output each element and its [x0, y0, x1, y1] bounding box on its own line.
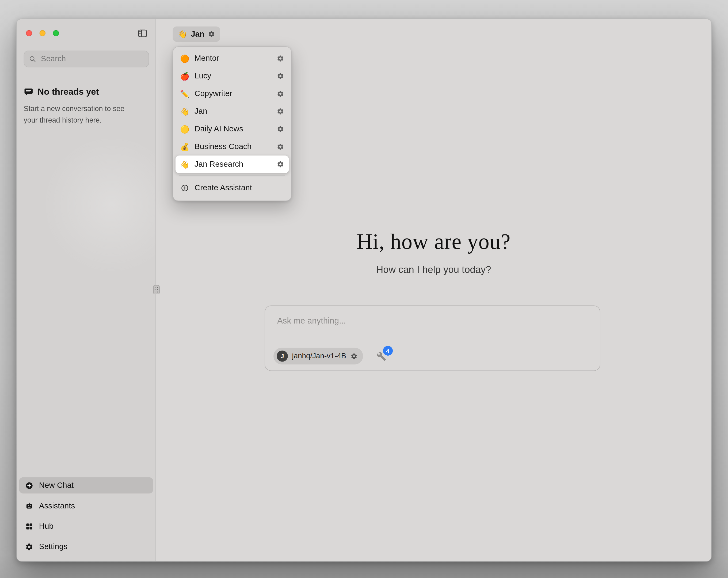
sidebar-item-hub[interactable]: Hub: [19, 518, 153, 534]
empty-state: No threads yet Start a new conversation …: [24, 87, 145, 126]
empty-state-description: Start a new conversation to see your thr…: [24, 103, 140, 126]
create-assistant-label: Create Assistant: [194, 183, 252, 193]
greeting: Hi, how are you? How can I help you toda…: [156, 229, 711, 275]
tools-count-badge: 4: [383, 346, 392, 356]
menu-item-lucy[interactable]: 🍎 Lucy: [176, 68, 289, 85]
assistant-icon: [25, 501, 34, 510]
menu-divider: [179, 176, 285, 176]
window-controls: [26, 30, 59, 36]
menu-item-label: Daily AI News: [194, 124, 270, 134]
desktop: No threads yet Start a new conversation …: [0, 0, 728, 578]
sidebar-item-assistants[interactable]: Assistants: [19, 498, 153, 514]
gear-icon[interactable]: [275, 52, 287, 65]
model-selector[interactable]: J janhq/Jan-v1-4B: [274, 348, 363, 364]
greeting-title: Hi, how are you?: [156, 229, 711, 254]
gear-icon[interactable]: [275, 70, 287, 82]
composer-toolbar: J janhq/Jan-v1-4B 4: [274, 348, 387, 364]
menu-item-copywriter[interactable]: ✏️ Copywriter: [176, 85, 289, 102]
gear-icon[interactable]: [275, 158, 287, 171]
yellow-circle-icon: 🟡: [180, 125, 190, 133]
apple-icon: 🍎: [180, 72, 190, 80]
menu-item-mentor[interactable]: 🟠 Mentor: [176, 50, 289, 68]
gear-icon[interactable]: [275, 88, 287, 100]
zoom-button[interactable]: [53, 30, 59, 36]
model-settings-icon[interactable]: [350, 353, 357, 360]
close-button[interactable]: [26, 30, 32, 36]
assistant-selector[interactable]: 👋 Jan: [173, 26, 220, 42]
sidebar: No threads yet Start a new conversation …: [17, 19, 156, 561]
chat-input[interactable]: [277, 315, 583, 342]
create-assistant-button[interactable]: Create Assistant: [176, 178, 289, 198]
chat-bubble-icon: [24, 87, 33, 97]
plus-circle-outline-icon: [180, 184, 190, 192]
menu-item-business-coach[interactable]: 💰 Business Coach: [176, 138, 289, 155]
minimize-button[interactable]: [40, 30, 46, 36]
sidebar-item-label: New Chat: [39, 481, 74, 490]
model-name: janhq/Jan-v1-4B: [292, 352, 346, 360]
orange-circle-icon: 🟠: [180, 54, 190, 63]
menu-item-daily-ai-news[interactable]: 🟡 Daily AI News: [176, 120, 289, 138]
money-bag-icon: 💰: [180, 142, 190, 151]
assistant-emoji-icon: 👋: [178, 30, 187, 39]
sidebar-item-new-chat[interactable]: New Chat: [19, 477, 153, 494]
search-input[interactable]: [40, 54, 144, 64]
sidebar-item-label: Settings: [39, 542, 68, 552]
app-window: No threads yet Start a new conversation …: [16, 19, 712, 562]
menu-item-jan[interactable]: 👋 Jan: [176, 102, 289, 120]
menu-item-label: Jan Research: [194, 160, 270, 169]
greeting-subtitle: How can I help you today?: [156, 264, 711, 275]
sidebar-toggle-icon[interactable]: [137, 28, 148, 39]
main-panel: 👋 Jan 🟠 Mentor 🍎 Lucy: [156, 19, 711, 561]
sidebar-item-label: Assistants: [39, 501, 75, 510]
gear-icon[interactable]: [275, 105, 287, 118]
menu-item-label: Business Coach: [194, 142, 270, 151]
empty-state-title: No threads yet: [38, 87, 99, 97]
sidebar-resize-handle[interactable]: [153, 285, 160, 294]
gear-icon: [25, 542, 34, 552]
search-field: [24, 51, 149, 67]
gear-icon[interactable]: [275, 141, 287, 153]
menu-item-label: Jan: [194, 107, 270, 116]
sidebar-item-label: Hub: [39, 522, 53, 531]
assistant-menu: 🟠 Mentor 🍎 Lucy ✏️ Copywriter 👋 Jan: [173, 46, 292, 201]
sidebar-nav: New Chat Assistants: [19, 477, 153, 555]
sidebar-item-settings[interactable]: Settings: [19, 539, 153, 555]
menu-item-label: Lucy: [194, 71, 270, 81]
grid-icon: [25, 522, 34, 531]
menu-item-jan-research[interactable]: 👋 Jan Research: [176, 155, 289, 173]
waving-hand-icon: 👋: [180, 160, 190, 169]
assistant-settings-icon[interactable]: [208, 31, 215, 38]
tools-button[interactable]: 4: [376, 351, 387, 362]
assistant-name: Jan: [191, 29, 204, 39]
plus-circle-icon: [25, 481, 34, 490]
grip-dots-icon: [155, 286, 158, 293]
pencil-icon: ✏️: [180, 90, 190, 98]
model-avatar: J: [277, 351, 288, 362]
search-icon: [29, 55, 36, 62]
menu-item-label: Mentor: [194, 54, 270, 63]
chat-composer: J janhq/Jan-v1-4B 4: [265, 306, 600, 371]
gear-icon[interactable]: [275, 123, 287, 135]
waving-hand-icon: 👋: [180, 107, 190, 116]
menu-item-label: Copywriter: [194, 89, 270, 99]
